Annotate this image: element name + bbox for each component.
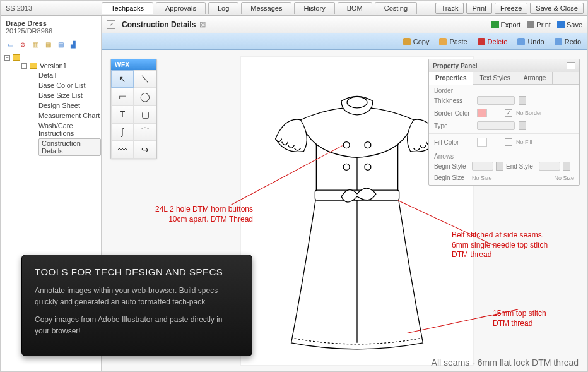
no-border-checkbox[interactable]: ✓	[505, 109, 512, 117]
curve-tool[interactable]: ʃ	[111, 123, 134, 141]
tab-bom[interactable]: BOM	[338, 2, 372, 14]
minimize-icon[interactable]: −	[567, 62, 575, 69]
pp-tab-textstyles[interactable]: Text Styles	[473, 72, 517, 84]
pp-beginsize-label: Begin Size	[434, 174, 469, 181]
pp-fill-label: Fill Color	[434, 139, 473, 146]
save-close-button[interactable]: Save & Close	[530, 3, 584, 14]
overlay-text-1: Annotate images within your web-browser.…	[35, 285, 239, 308]
page-title: Construction Details	[122, 20, 196, 29]
fill-color-swatch[interactable]	[477, 138, 487, 147]
ellipse-tool[interactable]: ◯	[134, 88, 156, 105]
pointer-tool[interactable]: ↖	[111, 70, 134, 88]
collapse-icon[interactable]: −	[21, 63, 27, 69]
edit-toolbar: Copy Paste Delete Undo Redo	[102, 33, 587, 50]
begin-style-select[interactable]	[472, 162, 493, 171]
tree-item-design-sheet[interactable]: Design Sheet	[38, 100, 101, 111]
border-color-swatch[interactable]	[477, 109, 487, 117]
svg-point-6	[365, 164, 371, 170]
pp-beginstyle-label: Begin Style	[434, 163, 469, 170]
export-button[interactable]: Export	[491, 21, 521, 28]
doc-icon[interactable]: ▧	[199, 20, 206, 28]
print-icon	[527, 21, 534, 28]
chevron-down-icon[interactable]	[563, 162, 570, 171]
copy-icon	[403, 38, 411, 45]
tab-messages[interactable]: Messages	[241, 2, 291, 14]
tree-item-detail[interactable]: Detail	[38, 70, 101, 80]
tree-item-base-color[interactable]: Base Color List	[38, 80, 101, 90]
pp-type-label: Type	[434, 123, 473, 129]
save-button[interactable]: Save	[557, 21, 582, 28]
arrow-tool[interactable]: ↪	[134, 141, 156, 159]
chevron-down-icon[interactable]	[519, 121, 526, 130]
tab-log[interactable]: Log	[208, 2, 238, 14]
top-bar: SS 2013 Techpacks Approvals Log Messages…	[1, 1, 587, 16]
annotation-hem: 15mm top stitch DTM thread	[493, 309, 546, 328]
svg-point-2	[347, 97, 367, 108]
pp-tab-properties[interactable]: Properties	[429, 72, 473, 85]
tree-version[interactable]: − Version1	[21, 61, 101, 70]
tool-palette: WFX ↖ ＼ ▭ ◯ T ▢ ʃ ⌒ 〰 ↪	[110, 59, 157, 159]
product-code: 20125/DR8966	[6, 27, 96, 35]
content-header: ⤢ Construction Details ▧ Export Print Sa…	[102, 16, 587, 33]
collapse-icon[interactable]: −	[4, 55, 10, 61]
save-icon	[557, 21, 565, 28]
track-button[interactable]: Track	[435, 3, 464, 14]
window-icon[interactable]: ▤	[56, 40, 65, 49]
end-size-value: No Size	[554, 175, 574, 181]
tree-item-washcare[interactable]: Wash/Care Instructions	[38, 121, 101, 138]
undo-button[interactable]: Undo	[517, 38, 544, 45]
overlay-text-2: Copy images from Adobe Illustrator and p…	[35, 314, 239, 337]
redo-icon	[555, 38, 562, 45]
export-icon	[491, 21, 499, 28]
pp-tab-arrange[interactable]: Arrange	[517, 72, 553, 84]
tree-root[interactable]: −	[4, 54, 101, 61]
tab-history[interactable]: History	[294, 2, 334, 14]
pp-arrows-section: Arrows	[429, 150, 579, 160]
clipboard-icon[interactable]: ▥	[31, 40, 40, 49]
wave-tool[interactable]: 〰	[111, 141, 134, 159]
delete-icon[interactable]: ⊘	[18, 40, 27, 49]
info-tooltip: TOOLS FOR TECH DESIGN AND SPECS Annotate…	[21, 255, 252, 356]
new-file-icon[interactable]: ▭	[6, 40, 15, 49]
folder-icon	[13, 54, 20, 61]
delete-button[interactable]: Delete	[478, 38, 508, 45]
roundrect-tool[interactable]: ▢	[134, 105, 156, 123]
rect-tool[interactable]: ▭	[111, 88, 134, 105]
line-tool[interactable]: ＼	[134, 70, 156, 88]
print-button-2[interactable]: Print	[527, 21, 551, 28]
pp-thickness-label: Thickness	[434, 97, 473, 104]
svg-point-5	[343, 164, 350, 170]
no-border-label: No Border	[516, 110, 542, 116]
expand-icon[interactable]: ⤢	[107, 20, 115, 29]
arc-tool[interactable]: ⌒	[134, 123, 156, 141]
begin-size-value: No Size	[472, 175, 492, 181]
tree-item-measurement[interactable]: Measurement Chart	[38, 111, 101, 121]
palette-title: WFX	[111, 59, 156, 70]
tree-item-construction[interactable]: Construction Details	[38, 138, 101, 156]
property-panel-header: Property Panel −	[429, 59, 579, 72]
paste-button[interactable]: Paste	[439, 38, 467, 45]
text-tool[interactable]: T	[111, 105, 134, 123]
tree: − − Version1 Detail Base Color List Base…	[1, 52, 101, 156]
overlay-heading: TOOLS FOR TECH DESIGN AND SPECS	[35, 267, 239, 277]
copy-button[interactable]: Copy	[403, 38, 430, 45]
no-fill-checkbox[interactable]	[505, 138, 512, 146]
tab-techpacks[interactable]: Techpacks	[102, 2, 153, 14]
chevron-down-icon[interactable]	[496, 162, 503, 171]
annotation-buttons: 24L 2 hole DTM horn buttons 10cm apart. …	[136, 205, 253, 224]
no-fill-label: No Fill	[516, 139, 532, 145]
thickness-select[interactable]	[477, 96, 515, 105]
type-select[interactable]	[477, 121, 515, 130]
print-button[interactable]: Print	[466, 3, 492, 14]
pp-border-section: Border	[429, 85, 579, 94]
tab-costing[interactable]: Costing	[375, 2, 417, 14]
copy-icon[interactable]: ▦	[44, 40, 52, 49]
tree-item-base-size[interactable]: Base Size List	[38, 90, 101, 100]
chart-icon[interactable]: ▟	[69, 40, 78, 49]
end-style-select[interactable]	[539, 162, 560, 171]
app-shell: SS 2013 Techpacks Approvals Log Messages…	[0, 0, 588, 372]
redo-button[interactable]: Redo	[555, 38, 581, 45]
chevron-down-icon[interactable]	[519, 96, 526, 105]
tab-approvals[interactable]: Approvals	[156, 2, 206, 14]
freeze-button[interactable]: Freeze	[495, 3, 527, 14]
